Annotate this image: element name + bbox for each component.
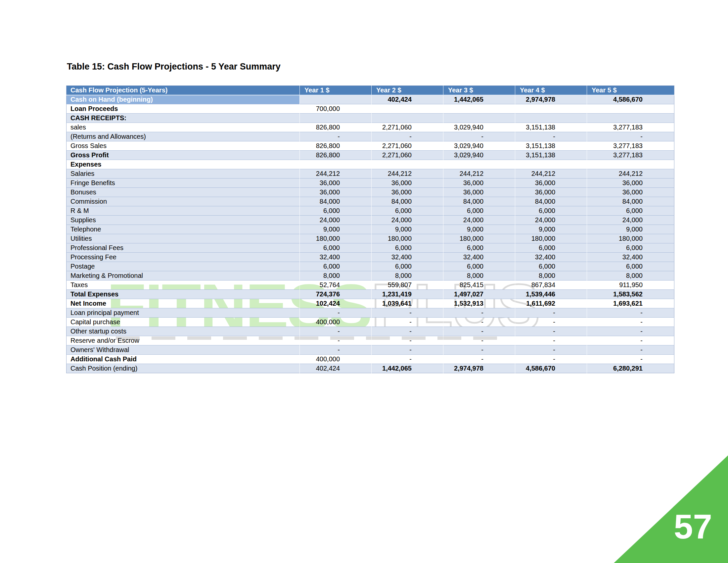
table-row: Other startup costs----- (67, 327, 674, 336)
cell-value: 84,000 (587, 197, 674, 206)
cell-value: 8,000 (372, 271, 443, 280)
row-label: R & M (67, 206, 300, 215)
cell-value: 9,000 (515, 225, 587, 234)
cell-value: 3,151,138 (515, 141, 587, 151)
cell-value: 52,764 (300, 280, 372, 290)
cell-value: 825,415 (443, 280, 515, 290)
cell-value: 826,800 (300, 151, 372, 160)
row-label: Telephone (67, 225, 300, 234)
cell-value: 400,000 (300, 318, 372, 327)
cell-value: 1,442,065 (443, 95, 515, 104)
cell-value: - (587, 346, 674, 355)
cell-value: 36,000 (300, 188, 372, 197)
cell-value (443, 160, 515, 169)
cell-value: 3,277,183 (587, 141, 674, 151)
cell-value (515, 114, 587, 123)
cell-value: - (372, 132, 443, 141)
row-label: Loan principal payment (67, 308, 300, 318)
cell-value: 6,000 (515, 243, 587, 253)
cell-value: 36,000 (443, 188, 515, 197)
header-year-1: Year 1 $ (300, 86, 372, 95)
cell-value: 2,974,978 (515, 95, 587, 104)
row-label: Expenses (67, 160, 300, 169)
cell-value: 3,151,138 (515, 151, 587, 160)
cell-value (587, 104, 674, 114)
row-label: (Returns and Allowances) (67, 132, 300, 141)
cell-value: 1,693,621 (587, 299, 674, 308)
cell-value: 244,212 (443, 169, 515, 178)
table-row: Professional Fees6,0006,0006,0006,0006,0… (67, 243, 674, 253)
cell-value: 6,280,291 (587, 364, 674, 373)
cell-value: 559,807 (372, 280, 443, 290)
row-label: Postage (67, 262, 300, 271)
page-number: 57 (674, 509, 712, 544)
cell-value: 1,539,446 (515, 290, 587, 299)
row-label: Reserve and/or Escrow (67, 336, 300, 346)
cell-value: 180,000 (300, 234, 372, 243)
cell-value: 6,000 (587, 262, 674, 271)
row-label: Owners' Withdrawal (67, 346, 300, 355)
table-row: Commission84,00084,00084,00084,00084,000 (67, 197, 674, 206)
cell-value (372, 160, 443, 169)
cell-value (443, 104, 515, 114)
table-row: Loan principal payment----- (67, 308, 674, 318)
table-row: Telephone9,0009,0009,0009,0009,000 (67, 225, 674, 234)
cell-value: 24,000 (587, 215, 674, 225)
cell-value (443, 114, 515, 123)
cell-value: - (372, 355, 443, 364)
cell-value: 6,000 (372, 206, 443, 215)
table-row: Supplies24,00024,00024,00024,00024,000 (67, 215, 674, 225)
row-label: CASH RECEIPTS: (67, 114, 300, 123)
cell-value: 8,000 (587, 271, 674, 280)
table-row: CASH RECEIPTS: (67, 114, 674, 123)
cell-value: - (587, 132, 674, 141)
row-label: Cash on Hand (beginning) (67, 95, 300, 104)
cell-value: 911,950 (587, 280, 674, 290)
cell-value: - (372, 318, 443, 327)
cell-value: 84,000 (515, 197, 587, 206)
cell-value: 6,000 (300, 243, 372, 253)
cell-value: - (443, 336, 515, 346)
row-label: Supplies (67, 215, 300, 225)
cell-value: 244,212 (372, 169, 443, 178)
cell-value: - (587, 355, 674, 364)
table-row: Loan Proceeds700,000 (67, 104, 674, 114)
cell-value: 3,277,183 (587, 123, 674, 132)
cell-value: 400,000 (300, 355, 372, 364)
cell-value: 826,800 (300, 141, 372, 151)
header-year-5: Year 5 $ (587, 86, 674, 95)
cell-value: - (587, 318, 674, 327)
table-row: Cash on Hand (beginning)402,4241,442,065… (67, 95, 674, 104)
cell-value: - (515, 346, 587, 355)
table-row: Owners' Withdrawal----- (67, 346, 674, 355)
cell-value: - (443, 132, 515, 141)
cell-value: 102,424 (300, 299, 372, 308)
cell-value (372, 114, 443, 123)
cell-value: 700,000 (300, 104, 372, 114)
cell-value: 2,271,060 (372, 123, 443, 132)
cell-value: - (300, 308, 372, 318)
cell-value: 36,000 (515, 188, 587, 197)
cell-value: 36,000 (372, 188, 443, 197)
cell-value: 1,231,419 (372, 290, 443, 299)
header-year-4: Year 4 $ (515, 86, 587, 95)
cell-value: - (587, 308, 674, 318)
row-label: Taxes (67, 280, 300, 290)
cell-value: - (515, 327, 587, 336)
cell-value: 36,000 (372, 178, 443, 188)
cell-value: 1,039,641 (372, 299, 443, 308)
cell-value: 6,000 (443, 262, 515, 271)
cell-value: 1,442,065 (372, 364, 443, 373)
cell-value: 36,000 (587, 188, 674, 197)
cell-value: - (300, 132, 372, 141)
cell-value: 24,000 (372, 215, 443, 225)
table-row: Bonuses36,00036,00036,00036,00036,000 (67, 188, 674, 197)
cell-value: 180,000 (372, 234, 443, 243)
cell-value: 9,000 (372, 225, 443, 234)
table-row: Gross Sales826,8002,271,0603,029,9403,15… (67, 141, 674, 151)
cell-value: 32,400 (587, 253, 674, 262)
row-label: Marketing & Promotional (67, 271, 300, 280)
table-row: Capital purchase400,000---- (67, 318, 674, 327)
table-row: Postage6,0006,0006,0006,0006,000 (67, 262, 674, 271)
cell-value: - (372, 308, 443, 318)
